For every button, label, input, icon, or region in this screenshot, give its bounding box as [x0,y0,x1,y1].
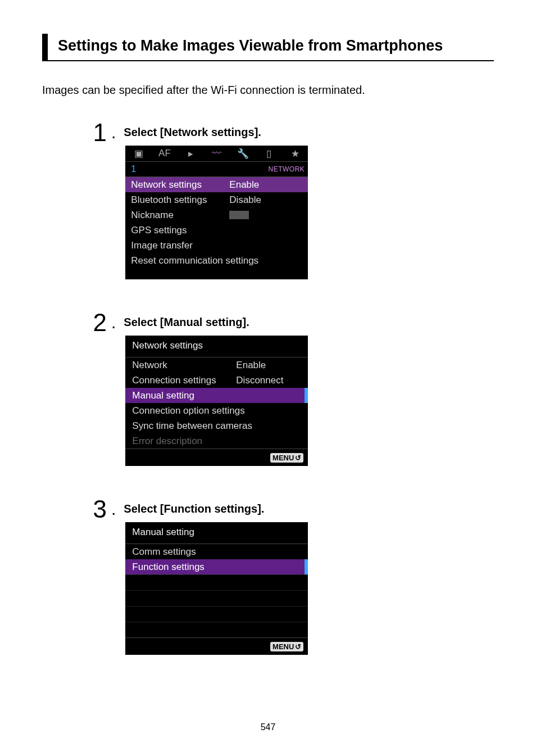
custom-icon: ▯ [266,148,271,160]
menu-label: Nickname [131,210,229,221]
menu-row-network-settings[interactable]: Network settings Enable [125,177,308,192]
screen-title: Network settings [125,336,308,357]
menu-back-button[interactable]: MENU ↺ [270,642,303,651]
menu-label: Error description [132,436,202,447]
menu-label: Network settings [131,179,229,191]
tab-af[interactable]: AF [152,146,178,161]
empty-row [125,622,308,637]
step-title: Select [Function settings]. [124,503,308,515]
menu-row-comm-settings[interactable]: Comm settings [125,544,308,559]
empty-row [125,574,308,590]
menu-value: Disconnect [236,375,283,386]
step-2: 2 . Select [Manual setting]. Network set… [90,310,494,466]
network-icon: 〰 [212,148,221,159]
footer-bar: MENU ↺ [125,449,308,466]
menu-value: Enable [229,179,259,191]
menu-button-label: MENU [272,642,294,651]
menu-row-connection-settings[interactable]: Connection settings Disconnect [125,373,308,388]
menu-label: Bluetooth settings [131,194,229,206]
step-dot: . [111,497,116,522]
camera-screen-network-settings: Network settings Network Enable Connecti… [125,336,308,466]
step-1: 1 . Select [Network settings]. ▣ AF ▸ 〰 … [90,120,494,279]
sub-page-indicator: 1 [125,164,136,174]
empty-row [125,590,308,606]
tab-bar: ▣ AF ▸ 〰 🔧 ▯ ★ [125,146,308,161]
menu-row-bluetooth-settings[interactable]: Bluetooth settings Disable [125,192,308,207]
menu-row-manual-setting[interactable]: Manual setting [125,388,308,403]
step-number: 1 [90,120,107,145]
page-number: 547 [42,722,494,732]
menu-row-image-transfer[interactable]: Image transfer [125,238,308,253]
camera-icon: ▣ [134,148,143,160]
step-number: 2 [90,310,107,335]
step-title: Select [Network settings]. [124,126,308,139]
screen-title: Manual setting [125,522,308,544]
menu-button-label: MENU [272,454,294,462]
camera-screen-manual-setting: Manual setting Comm settings Function se… [125,522,308,655]
menu-row-reset-communication[interactable]: Reset communication settings [125,253,308,268]
play-icon: ▸ [188,148,193,160]
tab-wrench[interactable]: 🔧 [230,146,256,161]
menu-row-nickname[interactable]: Nickname [125,207,308,223]
intro-text: Images can be specified after the Wi-Fi … [42,84,494,97]
tab-network[interactable]: 〰 [204,146,230,161]
menu-label: Function settings [132,562,236,573]
menu-value: Enable [236,360,266,371]
sub-tab-bar: 1 NETWORK [125,161,308,177]
menu-label: Network [132,360,236,371]
step-3: 3 . Select [Function settings]. Manual s… [90,497,494,655]
wrench-icon: 🔧 [237,148,249,160]
camera-screen-network-menu: ▣ AF ▸ 〰 🔧 ▯ ★ 1 NETWORK Network setting… [125,146,308,279]
nickname-value-box [229,211,249,219]
menu-row-function-settings[interactable]: Function settings [125,559,308,574]
menu-label: Image transfer [131,240,229,251]
tab-camera[interactable]: ▣ [125,146,151,161]
menu-label: GPS settings [131,225,229,236]
step-title: Select [Manual setting]. [124,316,308,329]
menu-label: Reset communication settings [131,255,258,266]
step-number: 3 [90,497,107,522]
menu-row-network[interactable]: Network Enable [125,357,308,373]
menu-row-error-description: Error description [125,433,308,449]
step-dot: . [111,120,116,145]
menu-label: Comm settings [132,546,236,558]
menu-label: Manual setting [132,390,236,401]
return-icon: ↺ [295,642,301,651]
tab-group-label: NETWORK [269,165,305,173]
menu-label: Connection option settings [132,405,244,417]
star-icon: ★ [291,148,299,160]
section-heading: Settings to Make Images Viewable from Sm… [42,34,494,61]
menu-row-sync-time[interactable]: Sync time between cameras [125,418,308,433]
step-dot: . [111,310,116,335]
tab-custom[interactable]: ▯ [256,146,281,161]
menu-label: Sync time between cameras [132,420,252,432]
menu-back-button[interactable]: MENU ↺ [270,453,303,463]
tab-play[interactable]: ▸ [178,146,203,161]
menu-value: Disable [229,194,261,206]
return-icon: ↺ [295,454,301,462]
tab-star[interactable]: ★ [282,146,308,161]
empty-row [125,606,308,622]
footer-bar: MENU ↺ [125,637,308,655]
menu-row-connection-option[interactable]: Connection option settings [125,403,308,418]
menu-row-gps-settings[interactable]: GPS settings [125,223,308,238]
menu-label: Connection settings [132,375,236,386]
